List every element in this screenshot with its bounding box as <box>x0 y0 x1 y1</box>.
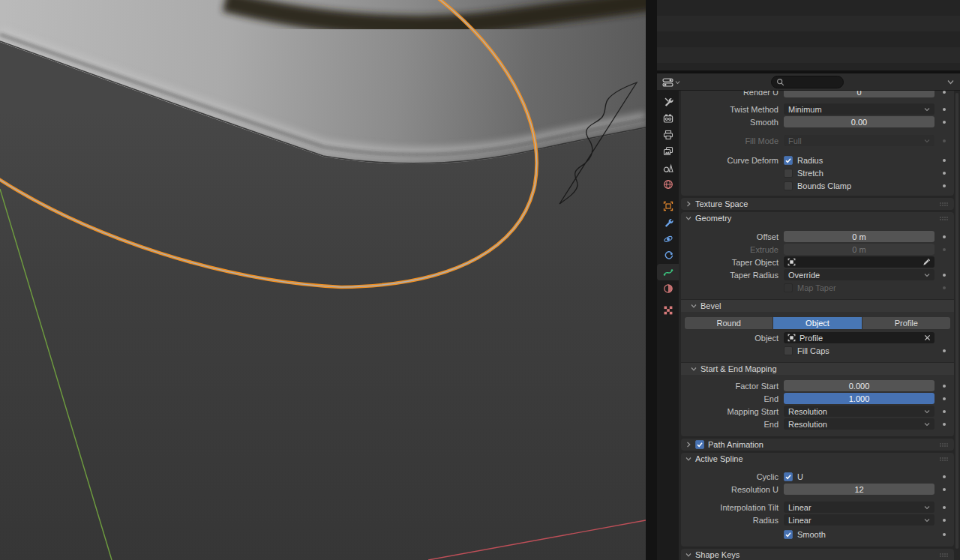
eyedropper-icon[interactable] <box>922 258 931 266</box>
taper-radius-dropdown[interactable]: Override <box>784 269 934 280</box>
keyframe-dot[interactable] <box>943 172 946 175</box>
keyframe-dot[interactable] <box>943 423 946 426</box>
keyframe-dot[interactable] <box>943 235 946 238</box>
bevel-tab-profile[interactable]: Profile <box>862 317 950 329</box>
keyframe-dot[interactable] <box>943 121 946 124</box>
keyframe-dot[interactable] <box>943 488 946 491</box>
bevel-tab-object[interactable]: Object <box>773 317 861 329</box>
geometry-header[interactable]: Geometry <box>681 212 954 224</box>
caret-down-icon <box>686 456 692 462</box>
keyframe-dot[interactable] <box>943 108 946 111</box>
row-cyclic: Cyclic U <box>681 470 954 483</box>
texture-checker-icon <box>663 305 674 316</box>
tab-tool[interactable] <box>657 94 679 110</box>
tab-object[interactable] <box>657 198 679 214</box>
spline-radius-dropdown[interactable]: Linear <box>784 514 934 526</box>
tab-output[interactable] <box>657 127 679 143</box>
path-animation-checkbox[interactable] <box>695 440 704 449</box>
smooth-field[interactable]: 0.00 <box>784 116 934 127</box>
drag-grip-icon[interactable] <box>939 553 949 558</box>
taper-object-field[interactable] <box>784 256 934 268</box>
active-spline-header[interactable]: Active Spline <box>681 453 954 465</box>
bevel-tab-round[interactable]: Round <box>685 317 772 329</box>
keyframe-dot[interactable] <box>943 533 946 536</box>
mapping-start-dropdown[interactable]: Resolution <box>784 406 934 417</box>
tab-world[interactable] <box>657 176 679 193</box>
tab-object-data-curve[interactable] <box>657 264 679 280</box>
scrollbar-thumb[interactable] <box>956 93 958 549</box>
fill-mode-dropdown[interactable]: Full <box>784 135 934 146</box>
texture-space-header[interactable]: Texture Space <box>681 198 954 210</box>
radius-checkbox[interactable] <box>784 156 793 165</box>
offset-field[interactable]: 0 m <box>784 231 934 242</box>
panel-title: Shape Keys <box>695 550 740 559</box>
row-bevel-object: Object Profile <box>681 331 954 344</box>
properties-editor: Render U 0 Twist Method Minimum Smooth 0… <box>657 73 960 560</box>
bounds-clamp-checkbox[interactable] <box>784 181 793 190</box>
editor-type-button[interactable] <box>661 76 682 88</box>
cyclic-u-checkbox[interactable] <box>784 472 793 481</box>
keyframe-dot[interactable] <box>943 410 946 413</box>
bevel-object-field[interactable]: Profile <box>784 332 934 343</box>
clear-x-icon[interactable] <box>924 334 931 341</box>
keyframe-dot[interactable] <box>943 274 946 277</box>
row-twist-method: Twist Method Minimum <box>681 103 954 115</box>
interpolation-tilt-dropdown[interactable]: Linear <box>784 502 934 513</box>
smooth-label: Smooth <box>684 118 784 127</box>
chevron-down-icon <box>924 505 930 510</box>
resolution-u-field[interactable]: 12 <box>784 484 934 495</box>
render-u-field[interactable]: 0 <box>784 91 934 97</box>
chevron-down-icon <box>924 409 930 414</box>
spline-smooth-checkbox[interactable] <box>784 530 793 539</box>
header-options-button[interactable] <box>944 76 957 88</box>
tab-material[interactable] <box>657 280 679 297</box>
row-fill-mode: Fill Mode Full <box>681 134 954 147</box>
keyframe-dot[interactable] <box>943 349 946 352</box>
keyframe-dot[interactable] <box>943 248 946 251</box>
keyframe-dot[interactable] <box>943 159 946 162</box>
drag-grip-icon[interactable] <box>939 202 949 207</box>
extrude-field[interactable]: 0 m <box>784 244 934 255</box>
drag-grip-icon[interactable] <box>939 442 949 448</box>
drag-grip-icon[interactable] <box>939 216 949 221</box>
keyframe-dot[interactable] <box>943 139 946 142</box>
tab-constraints[interactable] <box>657 247 679 264</box>
tab-view-layer[interactable] <box>657 143 679 160</box>
3d-viewport[interactable] <box>0 0 646 560</box>
row-taper-radius: Taper Radius Override <box>681 268 954 281</box>
bevel-subpanel-header[interactable]: Bevel <box>681 299 954 312</box>
caret-down-icon <box>691 303 697 309</box>
keyframe-dot[interactable] <box>943 519 946 522</box>
check-icon <box>784 531 792 538</box>
tab-modifiers[interactable] <box>657 214 679 231</box>
options-chevron-icon <box>947 79 954 85</box>
path-animation-header[interactable]: Path Animation <box>681 439 954 451</box>
tab-scene[interactable] <box>657 160 679 176</box>
keyframe-dot[interactable] <box>943 475 946 478</box>
keyframe-dot[interactable] <box>943 286 946 289</box>
outliner-panel[interactable] <box>657 0 960 72</box>
keyframe-dot[interactable] <box>943 506 946 509</box>
tab-physics[interactable] <box>657 231 679 247</box>
factor-end-slider[interactable]: 1.000 <box>784 393 934 404</box>
keyframe-dot[interactable] <box>943 397 946 400</box>
keyframe-dot[interactable] <box>943 184 946 187</box>
keyframe-dot[interactable] <box>943 385 946 388</box>
fill-caps-checkbox[interactable] <box>784 346 793 355</box>
map-taper-checkbox[interactable] <box>784 283 793 292</box>
editor-divider[interactable] <box>646 0 657 560</box>
shape-keys-header[interactable]: Shape Keys <box>681 549 954 560</box>
start-end-mapping-subpanel-header[interactable]: Start & End Mapping <box>681 362 954 375</box>
twist-method-dropdown[interactable]: Minimum <box>784 103 934 115</box>
tab-render[interactable] <box>657 110 679 127</box>
search-input[interactable] <box>771 76 844 88</box>
tab-texture[interactable] <box>657 302 679 319</box>
mapping-end-dropdown[interactable]: Resolution <box>784 418 934 430</box>
factor-end-label: End <box>684 394 784 403</box>
stretch-checkbox[interactable] <box>784 169 793 178</box>
bevel-type-tabs: Round Object Profile <box>685 317 950 329</box>
factor-start-field[interactable]: 0.000 <box>784 380 934 391</box>
keyframe-dot[interactable] <box>943 91 946 94</box>
drag-grip-icon[interactable] <box>939 457 949 462</box>
panel-title: Active Spline <box>695 454 743 463</box>
